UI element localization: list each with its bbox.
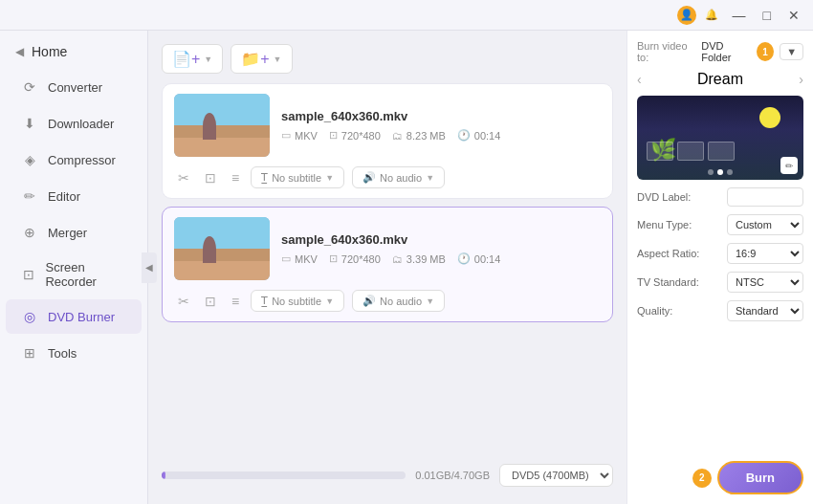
file-name: sample_640x360.mkv [281, 109, 601, 123]
tv-standard-select[interactable]: NTSC [727, 272, 803, 293]
theme-dot [727, 169, 733, 175]
dvd-label-label: DVD Label: [637, 191, 691, 203]
sidebar-item-dvd-burner[interactable]: ◎ DVD Burner [6, 299, 142, 334]
sidebar: ◀ Home ⟳ Converter ⬇ Downloader ◈ Compre… [0, 31, 148, 504]
theme-prev-button[interactable]: ‹ [637, 72, 642, 87]
theme-nav: ‹ Dream › [637, 71, 803, 88]
badge-1: 1 [757, 42, 774, 61]
sidebar-item-downloader[interactable]: ⬇ Downloader [6, 106, 142, 141]
duration-value: 00:14 [474, 253, 501, 265]
disc-type-select[interactable]: DVD5 (4700MB) [499, 464, 613, 487]
home-nav[interactable]: ◀ Home [0, 34, 147, 69]
format-value: MKV [295, 253, 318, 265]
minimize-button[interactable]: — [727, 6, 752, 25]
sidebar-item-label: Downloader [48, 117, 114, 131]
settings-icon[interactable]: ≡ [228, 292, 243, 311]
add-folder-icon: 📁+ [241, 50, 269, 68]
sidebar-item-screen-recorder[interactable]: ⊡ Screen Recorder [6, 252, 142, 297]
file-format: ▭ MKV [281, 129, 318, 142]
toolbar: 📄+ ▼ 📁+ ▼ [162, 44, 613, 74]
add-file-icon: 📄+ [172, 50, 200, 68]
sidebar-item-label: DVD Burner [48, 310, 115, 324]
file-card-top: sample_640x360.mkv ▭ MKV ⊡ 720*480 [174, 217, 601, 280]
cut-icon[interactable]: ✂ [174, 168, 193, 187]
crop-icon[interactable]: ⊡ [201, 292, 220, 311]
burn-button-row: 2 Burn [637, 461, 803, 494]
file-meta: ▭ MKV ⊡ 720*480 🗂 3.39 MB [281, 252, 601, 265]
sidebar-item-tools[interactable]: ⊞ Tools [6, 336, 142, 370]
close-button[interactable]: ✕ [782, 6, 805, 25]
subtitle-select[interactable]: T̲ No subtitle ▼ [251, 166, 344, 188]
dvd-label-input[interactable] [727, 187, 803, 207]
quality-label: Quality: [637, 305, 672, 317]
sidebar-item-editor[interactable]: ✏ Editor [6, 179, 142, 213]
spacer [637, 329, 803, 453]
theme-next-button[interactable]: › [799, 72, 803, 87]
progress-fill [162, 471, 165, 479]
burn-to-row: Burn video to: DVD Folder 1 ▼ [637, 40, 803, 63]
progress-track [162, 471, 406, 479]
sidebar-item-label: Editor [48, 189, 80, 204]
film-cell [708, 142, 735, 161]
converter-icon: ⟳ [21, 78, 38, 96]
file-size: 🗂 3.39 MB [392, 253, 446, 265]
audio-icon: 🔊 [363, 171, 376, 184]
badge-2: 2 [692, 469, 712, 488]
audio-value: No audio [380, 172, 422, 184]
format-icon: ▭ [281, 252, 291, 265]
audio-select[interactable]: 🔊 No audio ▼ [352, 290, 445, 312]
film-cell [647, 142, 673, 161]
menu-type-select[interactable]: Custom [727, 214, 803, 235]
file-meta: ▭ MKV ⊡ 720*480 🗂 8.23 MB [281, 129, 601, 142]
file-duration: 🕐 00:14 [457, 252, 501, 265]
size-icon: 🗂 [392, 130, 403, 142]
home-label: Home [32, 44, 67, 59]
theme-edit-button[interactable]: ✏ [780, 157, 798, 174]
sidebar-item-converter[interactable]: ⟳ Converter [6, 70, 142, 104]
thumb-beach-image [174, 217, 270, 280]
sidebar-item-label: Converter [48, 80, 102, 95]
audio-icon: 🔊 [363, 295, 376, 307]
cut-icon[interactable]: ✂ [174, 292, 193, 311]
sidebar-collapse-button[interactable]: ◀ [142, 252, 157, 283]
settings-icon[interactable]: ≡ [228, 168, 243, 187]
aspect-ratio-select[interactable]: 16:9 [727, 243, 803, 264]
add-folder-button[interactable]: 📁+ ▼ [231, 44, 292, 74]
sidebar-item-label: Tools [48, 346, 77, 361]
app-body: ◀ Home ⟳ Converter ⬇ Downloader ◈ Compre… [0, 31, 813, 504]
sidebar-item-compressor[interactable]: ◈ Compressor [6, 142, 142, 177]
tools-icon: ⊞ [21, 344, 38, 362]
resolution-icon: ⊡ [329, 129, 338, 142]
crop-icon[interactable]: ⊡ [201, 168, 220, 187]
resolution-value: 720*480 [341, 130, 381, 142]
file-name: sample_640x360.mkv [281, 232, 601, 247]
audio-chevron: ▼ [426, 173, 434, 183]
theme-dot [708, 169, 714, 175]
maximize-button[interactable]: □ [758, 6, 777, 25]
file-card-top: sample_640x360.mkv ▭ MKV ⊡ 720*480 [174, 94, 601, 157]
burn-to-dropdown-button[interactable]: ▼ [780, 43, 803, 60]
quality-select[interactable]: Standard [727, 300, 803, 321]
duration-icon: 🕐 [457, 252, 471, 265]
user-icon[interactable]: 👤 [677, 6, 696, 25]
audio-select[interactable]: 🔊 No audio ▼ [352, 166, 445, 188]
subtitle-icon: T̲ [261, 295, 268, 307]
file-list: sample_640x360.mkv ▭ MKV ⊡ 720*480 [162, 83, 613, 450]
editor-icon: ✏ [21, 187, 38, 205]
file-card-controls: ✂ ⊡ ≡ T̲ No subtitle ▼ 🔊 No audio ▼ [174, 290, 601, 312]
quality-row: Quality: Standard [637, 300, 803, 321]
burn-button[interactable]: Burn [717, 461, 803, 494]
home-back-arrow: ◀ [15, 45, 24, 58]
file-duration: 🕐 00:14 [457, 129, 501, 142]
subtitle-icon: T̲ [261, 171, 268, 184]
subtitle-select[interactable]: T̲ No subtitle ▼ [251, 290, 344, 312]
main-content: 📄+ ▼ 📁+ ▼ sample_640x360.mkv [148, 31, 626, 504]
sidebar-item-label: Screen Recorder [45, 260, 126, 289]
add-file-button[interactable]: 📄+ ▼ [162, 44, 223, 74]
theme-film-strip [647, 142, 735, 161]
sidebar-item-merger[interactable]: ⊕ Merger [6, 215, 142, 250]
theme-preview: 🌿 ✏ [637, 96, 803, 180]
theme-dot-active [717, 169, 723, 175]
dvd-label-row: DVD Label: [637, 187, 803, 207]
notification-icon[interactable]: 🔔 [702, 6, 721, 25]
